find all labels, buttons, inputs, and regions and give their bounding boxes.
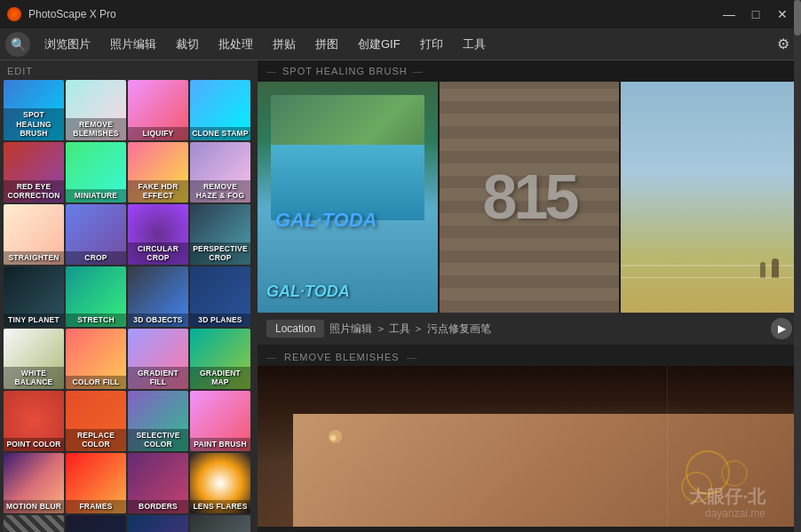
maximize-button[interactable]: □ (744, 3, 767, 26)
left-panel: EDIT SPOT HEALING BRUSHREMOVE BLEMISHESL… (0, 60, 258, 532)
bottom-section: REMOVE BLEMISHES (258, 345, 801, 532)
tool-object-mask[interactable]: OBJECT MASK (190, 515, 250, 532)
tool-point-color[interactable]: POINT COLOR (4, 391, 64, 451)
tool-lens-flares[interactable]: LENS FLARES (190, 453, 250, 513)
tool-borders[interactable]: BORDERS (128, 453, 188, 513)
tool-straighten[interactable]: STRAIGHTEN (4, 204, 64, 265)
tool-liquify[interactable]: LIQUIFY (128, 80, 188, 140)
menu-collage[interactable]: 拼贴 (264, 33, 305, 56)
edit-label: EDIT (0, 60, 258, 80)
watermark-sub: dayanzai.me (705, 507, 765, 520)
menu-bar: 🔍 浏览图片 照片编辑 裁切 批处理 拼贴 拼图 创建GIF 打印 工具 ⚙ (0, 28, 801, 60)
play-button[interactable]: ▶ (771, 318, 792, 339)
menu-puzzle[interactable]: 拼图 (306, 33, 347, 56)
app-title: PhotoScape X Pro (28, 8, 116, 20)
menu-batch[interactable]: 批处理 (210, 33, 262, 56)
tool-remove-blemishes[interactable]: REMOVE BLEMISHES (66, 80, 126, 140)
menu-print[interactable]: 打印 (411, 33, 452, 56)
preview-image-1[interactable]: GAL·TODA (258, 82, 438, 313)
tool-miniature[interactable]: MINIATURE (66, 142, 126, 202)
watermark: 大眼仔·北 (689, 485, 765, 509)
tool-gradient-fill[interactable]: GRADIENT FILL (128, 329, 188, 389)
app-icon (7, 7, 21, 21)
tool-replace-color[interactable]: REPLACE COLOR (66, 391, 126, 451)
tool-perspective[interactable]: PERSPECTIVE CROP (190, 204, 250, 265)
bottom-preview: 大眼仔·北 dayanzai.me (258, 366, 801, 527)
tool-tiny-planet[interactable]: TINY PLANET (4, 266, 64, 327)
right-panel: — SPOT HEALING BRUSH — GAL·TODA (258, 60, 801, 532)
tool-scatter[interactable]: SCATTER (128, 515, 188, 532)
settings-button[interactable]: ⚙ (771, 32, 796, 57)
tool-fake-hdr[interactable]: FAKE HDR EFFECT (128, 142, 188, 202)
main-layout: EDIT SPOT HEALING BRUSHREMOVE BLEMISHESL… (0, 60, 801, 532)
tools-grid: SPOT HEALING BRUSHREMOVE BLEMISHESLIQUIF… (0, 80, 258, 532)
top-section-title: SPOT HEALING BRUSH (282, 66, 408, 76)
tool-haze-fog[interactable]: REMOVE HAZE & FOG (190, 142, 250, 202)
tool-frames[interactable]: FRAMES (66, 453, 126, 513)
images-strip: GAL·TODA 815 (258, 82, 801, 313)
menu-tools[interactable]: 工具 (454, 33, 495, 56)
minimize-button[interactable]: — (718, 3, 741, 26)
tool-red-eye[interactable]: RED EYE CORRECTION (4, 142, 64, 202)
tool-crop[interactable]: CROP (66, 204, 126, 265)
close-button[interactable]: ✕ (771, 3, 794, 26)
scrollbar[interactable] (794, 0, 801, 532)
tool-gradient-map[interactable]: GRADIENT MAP (190, 329, 250, 389)
tool-3d-planes[interactable]: 3D PLANES (190, 266, 250, 327)
tool-stretch[interactable]: STRETCH (66, 266, 126, 327)
window-controls: — □ ✕ (718, 3, 794, 26)
search-button[interactable]: 🔍 (5, 32, 30, 57)
location-path: 照片编辑 ＞ 工具 ＞ 污点修复画笔 (329, 322, 490, 337)
tool-draw[interactable]: DRAW (66, 515, 126, 532)
preview-image-3[interactable] (621, 82, 801, 313)
tool-white-balance[interactable]: WHITE BALANCE (4, 329, 64, 389)
tool-color-fill[interactable]: COLOR FILL (66, 329, 126, 389)
tool-spot-healing[interactable]: SPOT HEALING BRUSH (4, 80, 64, 140)
menu-photo-edit[interactable]: 照片编辑 (101, 33, 165, 56)
tool-mosaic[interactable]: MOSAIC (4, 515, 64, 532)
location-label: Location (266, 320, 324, 337)
tool-selective-color[interactable]: SELECTIVE COLOR (128, 391, 188, 451)
menu-gif[interactable]: 创建GIF (349, 33, 409, 56)
tool-paint-brush[interactable]: PAINT BRUSH (190, 391, 250, 451)
tool-circular-crop[interactable]: CIRCULAR CROP (128, 204, 188, 265)
location-bar: Location 照片编辑 ＞ 工具 ＞ 污点修复画笔 ▶ (258, 313, 801, 345)
menu-browse[interactable]: 浏览图片 (36, 33, 99, 56)
preview-image-2[interactable]: 815 (440, 82, 620, 313)
scrollbar-thumb[interactable] (794, 0, 801, 36)
tool-clone-stamp[interactable]: CLONE STAMP (190, 80, 250, 140)
bottom-section-title: REMOVE BLEMISHES (258, 345, 801, 366)
menu-crop[interactable]: 裁切 (167, 33, 208, 56)
tool-motion-blur[interactable]: MOTION BLUR (4, 453, 64, 513)
title-bar: PhotoScape X Pro — □ ✕ (0, 0, 801, 28)
tool-3d-objects[interactable]: 3D OBJECTS (128, 266, 188, 327)
